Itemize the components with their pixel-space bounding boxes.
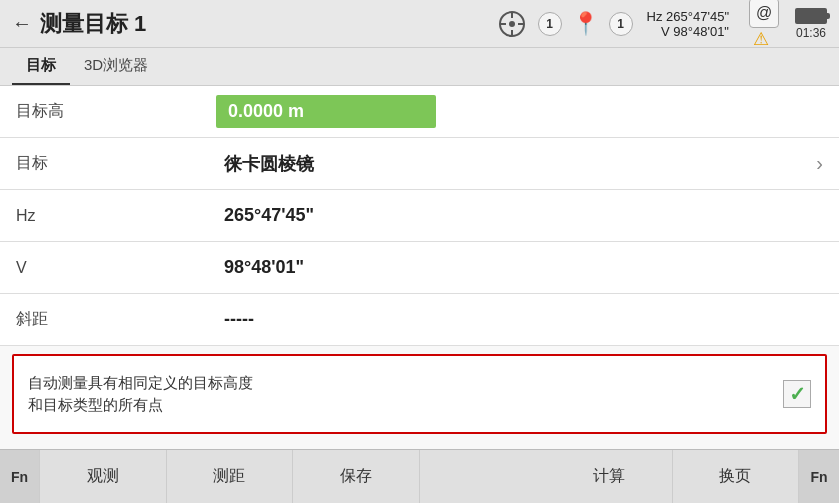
toolbar-measure[interactable]: 测距 — [167, 450, 294, 503]
v-value: V 98°48'01" — [661, 24, 729, 39]
field-value-target-container[interactable]: 徕卡圆棱镜 › — [216, 152, 823, 176]
crosshair-icon — [496, 8, 528, 40]
field-value-hz: 265°47'45" — [216, 205, 823, 226]
toolbar-fn-left[interactable]: Fn — [0, 450, 40, 503]
battery-icon — [795, 8, 827, 24]
auto-measure-checkbox[interactable]: ✓ — [783, 380, 811, 408]
back-button[interactable]: ← — [12, 12, 32, 35]
at-icon: @ — [749, 0, 779, 28]
field-row-v: V 98°48'01" — [0, 242, 839, 294]
field-label-hz: Hz — [16, 207, 216, 225]
num-badge-2: 1 — [609, 12, 633, 36]
num-badge-1: 1 — [538, 12, 562, 36]
warning-icon: ⚠ — [753, 28, 769, 50]
field-label-target: 目标 — [16, 153, 216, 174]
tab-target[interactable]: 目标 — [12, 48, 70, 85]
auto-measure-label: 自动测量具有相同定义的目标高度 和目标类型的所有点 — [28, 372, 771, 417]
auto-measure-checkbox-row[interactable]: 自动测量具有相同定义的目标高度 和目标类型的所有点 ✓ — [12, 354, 827, 434]
field-row-target[interactable]: 目标 徕卡圆棱镜 › — [0, 138, 839, 190]
toolbar-save[interactable]: 保存 — [293, 450, 420, 503]
field-label-v: V — [16, 259, 216, 277]
checkmark-icon: ✓ — [789, 382, 806, 406]
survey-icon: 📍 — [572, 11, 599, 37]
content-area: 目标高 0.0000 m 目标 徕卡圆棱镜 › Hz 265°47'45" V … — [0, 86, 839, 449]
header: ← 测量目标 1 1 📍 1 Hz 265°47 — [0, 0, 839, 48]
time-display: 01:36 — [796, 26, 826, 40]
toolbar-switch-page[interactable]: 换页 — [673, 450, 800, 503]
toolbar-observe[interactable]: 观测 — [40, 450, 167, 503]
field-row-hz: Hz 265°47'45" — [0, 190, 839, 242]
field-row-target-height: 目标高 0.0000 m — [0, 86, 839, 138]
back-icon: ← — [12, 12, 32, 35]
tab-3d-browser[interactable]: 3D浏览器 — [70, 48, 162, 85]
angle-status: Hz 265°47'45" V 98°48'01" — [647, 9, 729, 39]
field-label-slope: 斜距 — [16, 309, 216, 330]
hz-value: Hz 265°47'45" — [647, 9, 729, 24]
header-icons: 1 📍 1 Hz 265°47'45" V 98°48'01" @ ⚠ 01:3… — [496, 0, 827, 50]
toolbar-calculate[interactable]: 计算 — [546, 450, 673, 503]
field-value-target: 徕卡圆棱镜 — [224, 152, 314, 176]
battery-time: 01:36 — [795, 8, 827, 40]
tab-bar: 目标 3D浏览器 — [0, 48, 839, 86]
bottom-toolbar: Fn 观测 测距 保存 计算 换页 Fn — [0, 449, 839, 503]
field-row-slope: 斜距 ----- — [0, 294, 839, 346]
field-value-v: 98°48'01" — [216, 257, 823, 278]
field-value-slope: ----- — [216, 309, 823, 330]
svg-point-1 — [509, 21, 515, 27]
field-value-target-height[interactable]: 0.0000 m — [216, 95, 436, 128]
page-title: 测量目标 1 — [40, 9, 496, 39]
toolbar-fn-right[interactable]: Fn — [799, 450, 839, 503]
arrow-right-icon: › — [816, 152, 823, 175]
field-label-target-height: 目标高 — [16, 101, 216, 122]
